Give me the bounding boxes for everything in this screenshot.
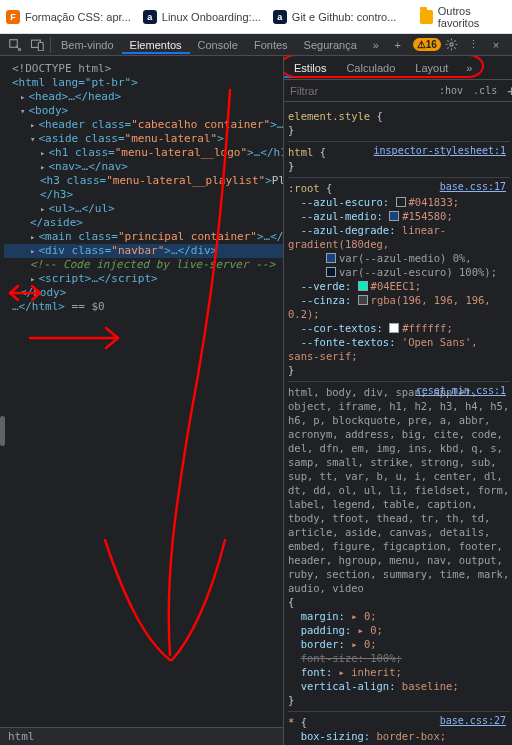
styles-pane: Estilos Calculado Layout » :hov .cls + e… <box>284 56 512 745</box>
source-link[interactable]: reset.min.css:1 <box>416 384 506 398</box>
styles-tabs: Estilos Calculado Layout » <box>284 56 512 80</box>
dom-node[interactable]: <h3 class="menu-lateral__playlist">Playl… <box>4 174 283 188</box>
device-toolbar-icon[interactable] <box>26 34 48 56</box>
dom-node[interactable]: </aside> <box>4 216 283 230</box>
dom-node[interactable]: <nav>…</nav> <box>4 160 283 174</box>
source-link[interactable]: inspector-stylesheet:1 <box>374 144 506 158</box>
bookmark-item[interactable]: a Linux Onboarding:... <box>143 10 261 24</box>
tab-elements[interactable]: Elementos <box>122 35 190 54</box>
tab-sources[interactable]: Fontes <box>246 35 296 54</box>
dom-node[interactable]: <aside class="menu-lateral"> <box>4 132 283 146</box>
svg-rect-2 <box>38 42 43 50</box>
tab-styles[interactable]: Estilos <box>284 58 336 78</box>
warning-count: 16 <box>426 39 437 50</box>
css-rule[interactable]: base.css:27 * { box-sizing: border-box; … <box>288 712 510 745</box>
dom-node[interactable]: </h3> <box>4 188 283 202</box>
filter-input[interactable] <box>284 85 434 97</box>
css-rule[interactable]: base.css:17 :root { --azul-escuro: #0418… <box>288 178 510 382</box>
tab-welcome[interactable]: Bem-vindo <box>53 35 122 54</box>
tab-security[interactable]: Segurança <box>296 35 365 54</box>
dom-tree[interactable]: <!DOCTYPE html> <html lang="pt-br"> <hea… <box>0 56 283 314</box>
dom-node[interactable]: …</html> == $0 <box>4 300 283 314</box>
new-tab-icon[interactable]: + <box>387 34 409 56</box>
warnings-badge[interactable]: ⚠ 16 <box>409 38 441 51</box>
dom-node[interactable]: <html lang="pt-br"> <box>4 76 283 90</box>
settings-gear-icon[interactable] <box>441 34 463 56</box>
dom-node-selected[interactable]: <div class="navbar">…</div> <box>4 244 283 258</box>
favicon-alura: a <box>273 10 287 24</box>
css-rule[interactable]: element.style { } <box>288 106 510 142</box>
bookmark-label: Outros favoritos <box>438 5 506 29</box>
breadcrumb[interactable]: html <box>0 727 283 745</box>
styles-filterbar: :hov .cls + <box>284 80 512 102</box>
inspect-icon[interactable] <box>4 34 26 56</box>
bookmark-item[interactable]: F Formação CSS: apr... <box>6 10 131 24</box>
close-icon[interactable]: × <box>485 34 507 56</box>
elements-tree-pane: <!DOCTYPE html> <html lang="pt-br"> <hea… <box>0 56 284 745</box>
dom-doctype[interactable]: <!DOCTYPE html> <box>4 62 283 76</box>
dom-node[interactable]: <ul>…</ul> <box>4 202 283 216</box>
dom-node[interactable]: <h1 class="menu-lateral__logo">…</h1> <box>4 146 283 160</box>
dom-comment[interactable]: <!-- Code injected by live-server --> <box>4 258 283 272</box>
new-rule-icon[interactable]: + <box>502 83 512 99</box>
css-rule[interactable]: reset.min.css:1 html, body, div, span, a… <box>288 382 510 712</box>
hov-toggle[interactable]: :hov <box>434 85 468 96</box>
kebab-icon[interactable]: ⋮ <box>463 34 485 56</box>
bookmarks-bar: F Formação CSS: apr... a Linux Onboardin… <box>0 0 512 34</box>
dom-node[interactable]: <main class="principal container">…</mai… <box>4 230 283 244</box>
dom-node[interactable]: </body> <box>4 286 283 300</box>
styles-tabs-overflow-icon[interactable]: » <box>458 57 480 79</box>
bookmark-label: Git e Github: contro... <box>292 11 397 23</box>
source-link[interactable]: base.css:17 <box>440 180 506 194</box>
tab-layout[interactable]: Layout <box>405 58 458 78</box>
folder-icon <box>420 10 432 24</box>
dom-node[interactable]: <body> <box>4 104 283 118</box>
bookmark-label: Linux Onboarding:... <box>162 11 261 23</box>
favicon-alura: a <box>143 10 157 24</box>
dom-node[interactable]: <head>…</head> <box>4 90 283 104</box>
bookmark-item[interactable]: a Git e Github: contro... <box>273 10 397 24</box>
css-rules[interactable]: element.style { } inspector-stylesheet:1… <box>284 102 512 745</box>
devtools-tabbar: Bem-vindo Elementos Console Fontes Segur… <box>0 34 512 56</box>
bookmark-others[interactable]: Outros favoritos <box>420 5 506 29</box>
bookmark-label: Formação CSS: apr... <box>25 11 131 23</box>
dom-node[interactable]: <script>…</script> <box>4 272 283 286</box>
tab-console[interactable]: Console <box>190 35 246 54</box>
favicon-orange: F <box>6 10 20 24</box>
source-link[interactable]: base.css:27 <box>440 714 506 728</box>
css-rule[interactable]: inspector-stylesheet:1 html { } <box>288 142 510 178</box>
scrollbar-thumb[interactable] <box>0 416 5 446</box>
dom-node[interactable]: <header class="cabecalho container">…</h… <box>4 118 283 132</box>
tab-computed[interactable]: Calculado <box>336 58 405 78</box>
tabs-overflow-icon[interactable]: » <box>365 34 387 56</box>
cls-toggle[interactable]: .cls <box>468 85 502 96</box>
svg-point-3 <box>450 43 453 46</box>
